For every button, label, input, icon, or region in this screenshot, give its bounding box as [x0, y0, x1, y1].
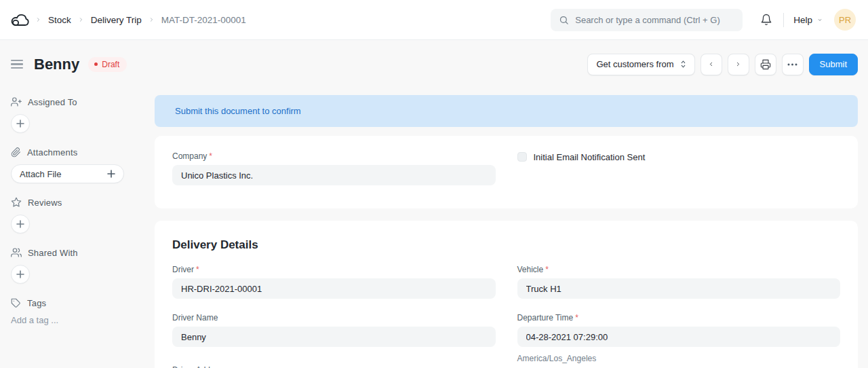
sidebar-section-assigned-to: Assigned To — [11, 96, 144, 133]
users-icon — [11, 247, 22, 258]
chevron-right-icon — [149, 16, 155, 24]
next-document-button[interactable] — [728, 54, 749, 75]
plus-icon — [16, 119, 24, 128]
chevron-right-icon — [35, 16, 41, 24]
add-tag-input[interactable]: Add a tag ... — [11, 315, 144, 325]
delivery-details-heading: Delivery Details — [172, 238, 840, 252]
ellipsis-icon — [787, 63, 797, 66]
breadcrumb-stock[interactable]: Stock — [48, 15, 71, 25]
departure-time-label: Departure Time* — [517, 312, 841, 323]
driver-address-label: Driver Address — [172, 365, 496, 368]
required-marker: * — [209, 151, 212, 161]
vehicle-input[interactable] — [517, 278, 841, 299]
star-icon — [11, 197, 22, 208]
departure-time-input[interactable] — [517, 327, 841, 347]
help-menu[interactable]: Help — [793, 15, 823, 25]
attach-file-button[interactable]: Attach File — [11, 164, 124, 183]
plus-icon — [16, 270, 24, 278]
alert-banner: Submit this document to confirm — [155, 95, 858, 127]
plus-icon — [16, 220, 24, 228]
sidebar-label-shared-with: Shared With — [28, 248, 78, 258]
document-sidebar: Assigned To Attachments Attach File — [0, 88, 155, 368]
add-share-button[interactable] — [11, 265, 30, 284]
printer-icon — [760, 59, 771, 70]
departure-time-field: Departure Time* America/Los_Angeles — [517, 312, 841, 363]
app-logo-icon[interactable] — [9, 12, 30, 29]
sidebar-section-tags: Tags Add a tag ... — [11, 297, 144, 325]
avatar[interactable]: PR — [834, 9, 856, 31]
sidebar-section-attachments: Attachments Attach File — [11, 147, 144, 183]
attach-file-label: Attach File — [20, 169, 61, 179]
notifications-bell-icon[interactable] — [760, 14, 772, 26]
add-review-button[interactable] — [11, 215, 30, 234]
initial-email-label: Initial Email Notification Sent — [534, 152, 646, 162]
driver-address-field: Driver Address — [172, 365, 496, 368]
company-field: Company* — [172, 151, 496, 185]
driver-input[interactable] — [172, 278, 496, 299]
initial-email-field: Initial Email Notification Sent — [517, 151, 841, 162]
submit-button[interactable]: Submit — [809, 54, 858, 75]
plus-icon — [107, 170, 115, 178]
divider — [783, 13, 784, 27]
company-input[interactable] — [172, 165, 496, 185]
status-label: Draft — [102, 60, 119, 69]
sidebar-section-reviews: Reviews — [11, 197, 144, 234]
add-assignment-button[interactable] — [11, 114, 30, 133]
required-marker: * — [575, 313, 578, 323]
initial-email-checkbox[interactable] — [517, 152, 527, 162]
page-header: Benny Draft Get customers from — [0, 40, 868, 88]
driver-label: Driver* — [172, 264, 496, 275]
select-updown-icon — [680, 60, 686, 69]
navbar: Stock Delivery Trip MAT-DT-2021-00001 — [0, 0, 868, 40]
sidebar-label-assigned-to: Assigned To — [28, 97, 77, 107]
prev-document-button[interactable] — [701, 54, 722, 75]
delivery-details-card: Delivery Details Driver* Driver Name — [155, 221, 858, 368]
chevron-left-icon — [708, 60, 714, 69]
driver-name-input[interactable] — [172, 327, 496, 347]
page-title: Benny — [34, 56, 79, 73]
driver-field: Driver* — [172, 264, 496, 299]
company-label: Company* — [172, 151, 496, 162]
menu-icon[interactable] — [11, 57, 23, 72]
get-customers-label: Get customers from — [596, 59, 673, 69]
print-button[interactable] — [755, 54, 776, 75]
breadcrumb-current-document: MAT-DT-2021-00001 — [161, 15, 246, 25]
sidebar-label-tags: Tags — [27, 298, 46, 308]
timezone-helper-text: America/Los_Angeles — [517, 354, 841, 363]
chevron-right-icon — [78, 16, 84, 24]
sidebar-section-shared-with: Shared With — [11, 247, 144, 284]
vehicle-label: Vehicle* — [517, 264, 841, 275]
search-input[interactable] — [575, 15, 734, 25]
driver-name-label: Driver Name — [172, 312, 496, 323]
form-main: Submit this document to confirm Company*… — [155, 88, 868, 368]
help-label: Help — [793, 15, 812, 25]
status-dot — [94, 62, 98, 66]
alert-message: Submit this document to confirm — [175, 106, 301, 116]
get-customers-from-button[interactable]: Get customers from — [587, 54, 694, 75]
tag-icon — [11, 298, 21, 308]
status-badge: Draft — [88, 57, 127, 72]
page-actions: Get customers from — [587, 54, 858, 75]
user-plus-icon — [11, 96, 22, 107]
required-marker: * — [545, 265, 549, 274]
menu-ellipsis-button[interactable] — [782, 54, 804, 75]
app-root: Stock Delivery Trip MAT-DT-2021-00001 — [0, 0, 868, 368]
paperclip-icon — [11, 147, 21, 158]
breadcrumb: Stock Delivery Trip MAT-DT-2021-00001 — [35, 15, 246, 25]
sidebar-label-reviews: Reviews — [28, 198, 62, 208]
global-search[interactable] — [551, 9, 743, 31]
chevron-down-icon — [816, 18, 823, 22]
sidebar-label-attachments: Attachments — [27, 147, 77, 158]
company-section-card: Company* Initial Email Notification Sent — [155, 136, 858, 208]
content: Assigned To Attachments Attach File — [0, 88, 868, 368]
search-icon — [559, 15, 569, 25]
vehicle-field: Vehicle* — [517, 264, 841, 299]
chevron-right-icon — [735, 60, 741, 69]
driver-name-field: Driver Name — [172, 312, 496, 347]
required-marker: * — [196, 265, 199, 274]
breadcrumb-delivery-trip[interactable]: Delivery Trip — [91, 15, 142, 25]
navbar-right: Help PR — [551, 9, 856, 31]
